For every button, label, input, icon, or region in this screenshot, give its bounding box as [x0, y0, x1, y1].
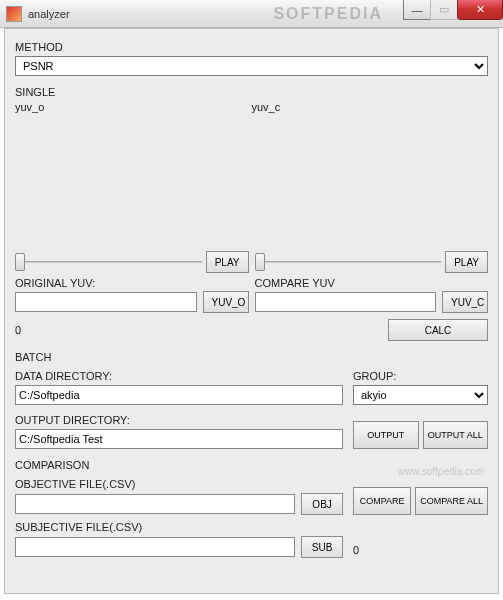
output-all-button[interactable]: OUTPUT ALL — [423, 421, 489, 449]
output-directory-input[interactable] — [15, 429, 343, 449]
maximize-button[interactable]: ▭ — [430, 0, 458, 20]
single-result-value: 0 — [15, 324, 249, 336]
close-button[interactable]: ✕ — [457, 0, 503, 20]
original-yuv-input[interactable] — [15, 292, 197, 312]
watermark-text: www.softpedia.com — [398, 466, 484, 477]
preview-area: yuv_o yuv_c — [15, 101, 488, 251]
method-label: METHOD — [15, 41, 488, 53]
minimize-button[interactable]: — — [403, 0, 431, 20]
group-select[interactable]: akyio — [353, 385, 488, 405]
play-original-button[interactable]: PLAY — [206, 251, 249, 273]
yuv-c-browse-button[interactable]: YUV_C — [442, 291, 488, 313]
calc-button[interactable]: CALC — [388, 319, 488, 341]
yuv-c-caption: yuv_c — [252, 101, 489, 113]
objective-file-label: OBJECTIVE FILE(.CSV) — [15, 478, 343, 490]
compare-yuv-label: COMPARE YUV — [255, 277, 489, 289]
compare-yuv-input[interactable] — [255, 292, 437, 312]
title-bar: analyzer SOFTPEDIA — ▭ ✕ — [0, 0, 503, 28]
yuv-o-preview: yuv_o — [15, 101, 252, 251]
compare-slider[interactable] — [255, 254, 442, 270]
group-label: GROUP: — [353, 370, 488, 382]
original-slider[interactable] — [15, 254, 202, 270]
compare-all-button[interactable]: COMPARE ALL — [415, 487, 488, 515]
play-compare-button[interactable]: PLAY — [445, 251, 488, 273]
comparison-result-value: 0 — [353, 544, 359, 556]
yuv-o-browse-button[interactable]: YUV_O — [203, 291, 249, 313]
client-area: METHOD PSNR SINGLE yuv_o yuv_c PLAY PLAY… — [4, 28, 499, 594]
output-directory-label: OUTPUT DIRECTORY: — [15, 414, 343, 426]
batch-label: BATCH — [15, 351, 488, 363]
obj-browse-button[interactable]: OBJ — [301, 493, 343, 515]
objective-file-input[interactable] — [15, 494, 295, 514]
original-yuv-label: ORIGINAL YUV: — [15, 277, 249, 289]
yuv-o-caption: yuv_o — [15, 101, 252, 113]
subjective-file-input[interactable] — [15, 537, 295, 557]
yuv-c-preview: yuv_c — [252, 101, 489, 251]
sub-browse-button[interactable]: SUB — [301, 536, 343, 558]
output-button[interactable]: OUTPUT — [353, 421, 419, 449]
brand-ghost-text: SOFTPEDIA — [273, 5, 383, 23]
subjective-file-label: SUBJECTIVE FILE(.CSV) — [15, 521, 343, 533]
method-select[interactable]: PSNR — [15, 56, 488, 76]
window-title: analyzer — [28, 8, 70, 20]
window-controls: — ▭ ✕ — [404, 0, 503, 20]
data-directory-label: DATA DIRECTORY: — [15, 370, 343, 382]
single-label: SINGLE — [15, 86, 488, 98]
app-icon — [6, 6, 22, 22]
compare-button[interactable]: COMPARE — [353, 487, 411, 515]
playback-row: PLAY PLAY — [15, 251, 488, 273]
data-directory-input[interactable] — [15, 385, 343, 405]
